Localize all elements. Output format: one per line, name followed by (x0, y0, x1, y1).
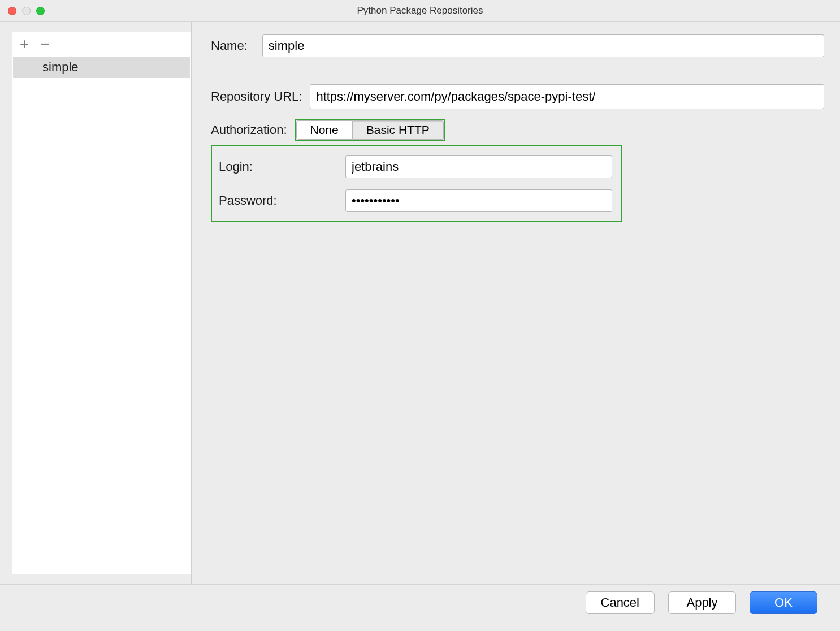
dialog-footer: Cancel Apply OK (0, 584, 840, 631)
repo-url-input[interactable] (310, 84, 824, 109)
auth-basic-http-button[interactable]: Basic HTTP (353, 120, 444, 140)
repo-url-label: Repository URL: (211, 89, 302, 104)
repo-sidebar: + − simple (12, 32, 191, 574)
repo-details-pane: Name: Repository URL: Authorization: Non… (191, 22, 840, 584)
auth-none-button[interactable]: None (296, 120, 353, 140)
login-input[interactable] (345, 155, 612, 178)
minimize-window-icon[interactable] (22, 7, 31, 15)
repo-list-item[interactable]: simple (13, 57, 190, 78)
password-label: Password: (219, 193, 345, 208)
remove-repo-icon[interactable]: − (40, 36, 49, 52)
login-label: Login: (219, 159, 345, 174)
cancel-button[interactable]: Cancel (586, 591, 655, 614)
name-label: Name: (211, 38, 248, 53)
window-titlebar: Python Package Repositories (0, 0, 840, 22)
close-window-icon[interactable] (8, 7, 16, 15)
window-title: Python Package Repositories (0, 5, 840, 16)
authorization-segmented: None Basic HTTP (295, 119, 445, 141)
name-input[interactable] (262, 34, 824, 57)
password-input[interactable] (345, 189, 612, 212)
window-controls (8, 7, 45, 15)
repo-list: simple (13, 57, 190, 573)
ok-button[interactable]: OK (750, 591, 817, 614)
sidebar-toolbar: + − (13, 33, 190, 57)
zoom-window-icon[interactable] (36, 7, 45, 15)
apply-button[interactable]: Apply (668, 591, 736, 614)
add-repo-icon[interactable]: + (20, 36, 29, 52)
authorization-label: Authorization: (211, 123, 287, 137)
credentials-box: Login: Password: (211, 145, 622, 222)
